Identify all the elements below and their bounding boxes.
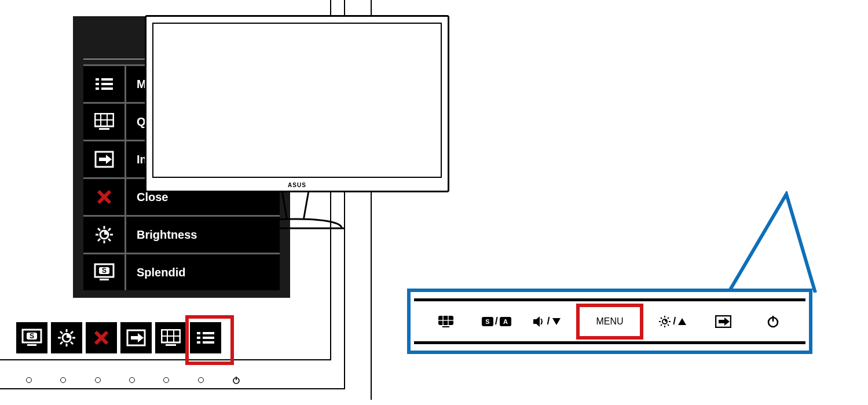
- svg-marker-12: [99, 155, 112, 164]
- svg-line-38: [71, 342, 73, 344]
- strip-quickfit-icon[interactable]: [155, 322, 186, 353]
- input-bw-icon: [715, 315, 731, 328]
- monitor-logo: ASUS: [288, 182, 306, 188]
- svg-rect-10: [99, 128, 109, 130]
- menu-button[interactable]: MENU: [576, 304, 643, 340]
- svg-rect-1: [101, 78, 113, 81]
- callout-pointer: [728, 191, 821, 293]
- svg-rect-27: [100, 279, 109, 280]
- quickfit-icon: [83, 104, 126, 140]
- svg-rect-31: [27, 344, 36, 346]
- svg-rect-0: [96, 78, 99, 81]
- s-a-icon: S / A: [482, 315, 511, 327]
- splendid-icon: S: [83, 254, 126, 290]
- svg-line-37: [60, 331, 63, 334]
- osd-item-splendid[interactable]: S Splendid: [83, 253, 280, 290]
- splendid-button[interactable]: S / A: [475, 307, 517, 336]
- indicator-dot-row: [26, 376, 240, 384]
- svg-line-23: [98, 239, 100, 241]
- input-button[interactable]: [702, 307, 744, 336]
- svg-rect-3: [101, 83, 113, 85]
- svg-line-40: [60, 342, 63, 344]
- svg-line-77: [668, 318, 669, 319]
- svg-line-20: [98, 228, 100, 231]
- quickfit-button[interactable]: [425, 307, 467, 336]
- svg-marker-69: [552, 318, 561, 325]
- brightness-up-button[interactable]: /: [652, 307, 694, 336]
- bright-up-icon: /: [659, 315, 686, 327]
- monitor-screen: ASUS: [145, 15, 449, 192]
- svg-marker-44: [131, 333, 144, 342]
- menu-label: MENU: [596, 316, 623, 327]
- svg-rect-2: [96, 83, 99, 85]
- svg-text:S: S: [101, 267, 106, 275]
- strip-close-icon[interactable]: [86, 322, 117, 353]
- svg-rect-5: [101, 87, 113, 90]
- svg-text:A: A: [503, 318, 508, 325]
- brightness-icon: [83, 217, 126, 253]
- monitor-illustration: ASUS: [145, 15, 446, 228]
- svg-text:S: S: [30, 332, 34, 340]
- power-icon: [767, 315, 779, 328]
- volume-down-button[interactable]: /: [526, 307, 567, 336]
- svg-line-21: [108, 239, 111, 241]
- svg-marker-81: [719, 318, 730, 326]
- osd-button-strip: S: [16, 322, 221, 353]
- svg-line-22: [108, 228, 111, 231]
- power-indicator-icon: [232, 376, 240, 384]
- svg-rect-4: [96, 87, 99, 90]
- monitor-button-bar: S / A / MENU: [407, 289, 812, 354]
- strip-highlight: [185, 315, 234, 365]
- close-icon: [83, 179, 126, 215]
- quickfit-bw-icon: [438, 315, 454, 328]
- power-button[interactable]: [752, 307, 794, 336]
- svg-rect-49: [166, 344, 176, 346]
- strip-input-icon[interactable]: [120, 322, 152, 353]
- osd-item-label: Splendid: [126, 254, 280, 290]
- svg-marker-68: [533, 316, 540, 327]
- svg-text:S: S: [485, 318, 489, 325]
- svg-line-39: [71, 331, 73, 334]
- svg-line-76: [668, 324, 669, 326]
- strip-splendid-icon[interactable]: S: [16, 322, 47, 353]
- svg-line-78: [661, 324, 662, 326]
- strip-brightness-icon[interactable]: [51, 322, 82, 353]
- svg-line-75: [661, 318, 662, 319]
- svg-marker-79: [678, 318, 686, 325]
- input-icon: [83, 141, 126, 177]
- volume-down-icon: /: [533, 315, 561, 327]
- svg-rect-63: [442, 326, 449, 327]
- list-icon: [83, 66, 126, 102]
